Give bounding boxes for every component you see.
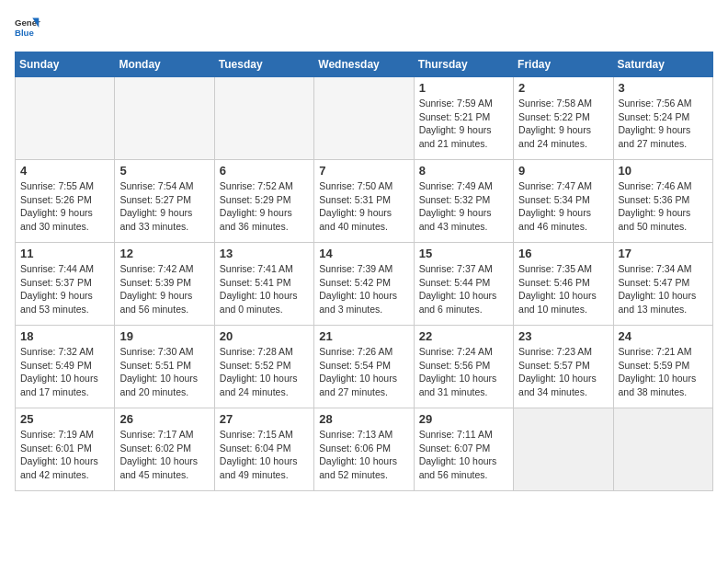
day-number: 28 <box>319 412 408 426</box>
day-detail: Sunrise: 7:37 AM Sunset: 5:44 PM Dayligh… <box>419 262 508 316</box>
day-number: 24 <box>619 329 708 343</box>
day-detail: Sunrise: 7:23 AM Sunset: 5:57 PM Dayligh… <box>518 345 608 399</box>
day-number: 26 <box>119 412 209 426</box>
calendar-cell <box>115 77 214 160</box>
day-detail: Sunrise: 7:46 AM Sunset: 5:36 PM Dayligh… <box>619 179 708 234</box>
weekday-header: Tuesday <box>214 52 313 77</box>
calendar-cell: 25Sunrise: 7:19 AM Sunset: 6:01 PM Dayli… <box>16 408 115 491</box>
day-number: 27 <box>220 412 309 426</box>
day-detail: Sunrise: 7:15 AM Sunset: 6:04 PM Dayligh… <box>220 428 309 482</box>
calendar-cell: 4Sunrise: 7:55 AM Sunset: 5:26 PM Daylig… <box>16 160 115 243</box>
calendar-cell <box>214 77 313 160</box>
calendar-cell: 2Sunrise: 7:58 AM Sunset: 5:22 PM Daylig… <box>514 77 613 160</box>
day-number: 23 <box>518 329 608 343</box>
calendar-cell <box>613 408 712 491</box>
day-detail: Sunrise: 7:26 AM Sunset: 5:54 PM Dayligh… <box>319 345 408 399</box>
calendar-cell: 24Sunrise: 7:21 AM Sunset: 5:59 PM Dayli… <box>613 326 712 408</box>
calendar-cell: 6Sunrise: 7:52 AM Sunset: 5:29 PM Daylig… <box>214 160 313 243</box>
day-number: 6 <box>220 164 309 178</box>
day-detail: Sunrise: 7:35 AM Sunset: 5:46 PM Dayligh… <box>518 262 608 316</box>
day-number: 7 <box>319 164 408 178</box>
day-number: 8 <box>419 164 508 178</box>
weekday-header: Sunday <box>16 52 115 77</box>
day-detail: Sunrise: 7:54 AM Sunset: 5:27 PM Dayligh… <box>119 179 209 234</box>
weekday-header: Wednesday <box>314 52 414 77</box>
calendar-week-row: 11Sunrise: 7:44 AM Sunset: 5:37 PM Dayli… <box>16 243 713 326</box>
day-number: 19 <box>119 329 209 343</box>
calendar-cell: 26Sunrise: 7:17 AM Sunset: 6:02 PM Dayli… <box>115 408 214 491</box>
day-detail: Sunrise: 7:13 AM Sunset: 6:06 PM Dayligh… <box>319 428 408 482</box>
calendar-cell: 22Sunrise: 7:24 AM Sunset: 5:56 PM Dayli… <box>414 326 513 408</box>
day-number: 17 <box>619 247 708 260</box>
calendar-cell: 11Sunrise: 7:44 AM Sunset: 5:37 PM Dayli… <box>16 243 115 326</box>
calendar-week-row: 25Sunrise: 7:19 AM Sunset: 6:01 PM Dayli… <box>16 408 713 491</box>
day-number: 2 <box>518 81 608 95</box>
day-number: 10 <box>619 164 708 178</box>
day-detail: Sunrise: 7:50 AM Sunset: 5:31 PM Dayligh… <box>319 179 408 234</box>
day-detail: Sunrise: 7:55 AM Sunset: 5:26 PM Dayligh… <box>20 179 109 234</box>
logo-icon: General Blue <box>15 15 40 40</box>
calendar-table: SundayMondayTuesdayWednesdayThursdayFrid… <box>15 52 713 491</box>
calendar-cell: 18Sunrise: 7:32 AM Sunset: 5:49 PM Dayli… <box>16 326 115 408</box>
day-number: 25 <box>20 412 109 426</box>
day-detail: Sunrise: 7:11 AM Sunset: 6:07 PM Dayligh… <box>419 428 508 482</box>
day-number: 16 <box>518 247 608 260</box>
day-number: 5 <box>119 164 209 178</box>
calendar-cell: 16Sunrise: 7:35 AM Sunset: 5:46 PM Dayli… <box>514 243 613 326</box>
calendar-cell: 8Sunrise: 7:49 AM Sunset: 5:32 PM Daylig… <box>414 160 513 243</box>
day-detail: Sunrise: 7:34 AM Sunset: 5:47 PM Dayligh… <box>619 262 708 316</box>
calendar-week-row: 1Sunrise: 7:59 AM Sunset: 5:21 PM Daylig… <box>16 77 713 160</box>
calendar-cell: 9Sunrise: 7:47 AM Sunset: 5:34 PM Daylig… <box>514 160 613 243</box>
day-detail: Sunrise: 7:49 AM Sunset: 5:32 PM Dayligh… <box>419 179 508 234</box>
weekday-header: Saturday <box>613 52 712 77</box>
calendar-cell: 20Sunrise: 7:28 AM Sunset: 5:52 PM Dayli… <box>214 326 313 408</box>
svg-text:Blue: Blue <box>15 28 34 38</box>
day-detail: Sunrise: 7:30 AM Sunset: 5:51 PM Dayligh… <box>119 345 209 399</box>
calendar-cell: 28Sunrise: 7:13 AM Sunset: 6:06 PM Dayli… <box>314 408 414 491</box>
calendar-cell <box>16 77 115 160</box>
day-number: 15 <box>419 247 508 260</box>
day-number: 18 <box>20 329 109 343</box>
page-header: General Blue <box>15 15 713 40</box>
day-detail: Sunrise: 7:41 AM Sunset: 5:41 PM Dayligh… <box>220 262 309 316</box>
calendar-cell: 13Sunrise: 7:41 AM Sunset: 5:41 PM Dayli… <box>214 243 313 326</box>
day-number: 11 <box>20 247 109 260</box>
calendar-cell: 17Sunrise: 7:34 AM Sunset: 5:47 PM Dayli… <box>613 243 712 326</box>
day-detail: Sunrise: 7:44 AM Sunset: 5:37 PM Dayligh… <box>20 262 109 316</box>
calendar-cell: 21Sunrise: 7:26 AM Sunset: 5:54 PM Dayli… <box>314 326 414 408</box>
day-detail: Sunrise: 7:32 AM Sunset: 5:49 PM Dayligh… <box>20 345 109 399</box>
day-number: 29 <box>419 412 508 426</box>
calendar-week-row: 4Sunrise: 7:55 AM Sunset: 5:26 PM Daylig… <box>16 160 713 243</box>
day-detail: Sunrise: 7:21 AM Sunset: 5:59 PM Dayligh… <box>619 345 708 399</box>
day-number: 13 <box>220 247 309 260</box>
calendar-cell: 12Sunrise: 7:42 AM Sunset: 5:39 PM Dayli… <box>115 243 214 326</box>
day-detail: Sunrise: 7:58 AM Sunset: 5:22 PM Dayligh… <box>518 97 608 151</box>
calendar-header-row: SundayMondayTuesdayWednesdayThursdayFrid… <box>16 52 713 77</box>
day-detail: Sunrise: 7:39 AM Sunset: 5:42 PM Dayligh… <box>319 262 408 316</box>
calendar-cell: 23Sunrise: 7:23 AM Sunset: 5:57 PM Dayli… <box>514 326 613 408</box>
calendar-cell: 3Sunrise: 7:56 AM Sunset: 5:24 PM Daylig… <box>613 77 712 160</box>
day-detail: Sunrise: 7:19 AM Sunset: 6:01 PM Dayligh… <box>20 428 109 482</box>
day-number: 9 <box>518 164 608 178</box>
calendar-cell: 7Sunrise: 7:50 AM Sunset: 5:31 PM Daylig… <box>314 160 414 243</box>
day-number: 3 <box>619 81 708 95</box>
day-number: 4 <box>20 164 109 178</box>
day-detail: Sunrise: 7:24 AM Sunset: 5:56 PM Dayligh… <box>419 345 508 399</box>
calendar-cell: 5Sunrise: 7:54 AM Sunset: 5:27 PM Daylig… <box>115 160 214 243</box>
calendar-cell: 1Sunrise: 7:59 AM Sunset: 5:21 PM Daylig… <box>414 77 513 160</box>
day-detail: Sunrise: 7:56 AM Sunset: 5:24 PM Dayligh… <box>619 97 708 151</box>
day-number: 12 <box>119 247 209 260</box>
day-detail: Sunrise: 7:59 AM Sunset: 5:21 PM Dayligh… <box>419 97 508 151</box>
day-number: 14 <box>319 247 408 260</box>
day-number: 20 <box>220 329 309 343</box>
weekday-header: Thursday <box>414 52 513 77</box>
weekday-header: Monday <box>115 52 214 77</box>
calendar-cell: 14Sunrise: 7:39 AM Sunset: 5:42 PM Dayli… <box>314 243 414 326</box>
calendar-cell <box>514 408 613 491</box>
calendar-week-row: 18Sunrise: 7:32 AM Sunset: 5:49 PM Dayli… <box>16 326 713 408</box>
logo: General Blue <box>15 15 40 40</box>
day-detail: Sunrise: 7:42 AM Sunset: 5:39 PM Dayligh… <box>119 262 209 316</box>
day-detail: Sunrise: 7:17 AM Sunset: 6:02 PM Dayligh… <box>119 428 209 482</box>
day-detail: Sunrise: 7:52 AM Sunset: 5:29 PM Dayligh… <box>220 179 309 234</box>
calendar-cell <box>314 77 414 160</box>
